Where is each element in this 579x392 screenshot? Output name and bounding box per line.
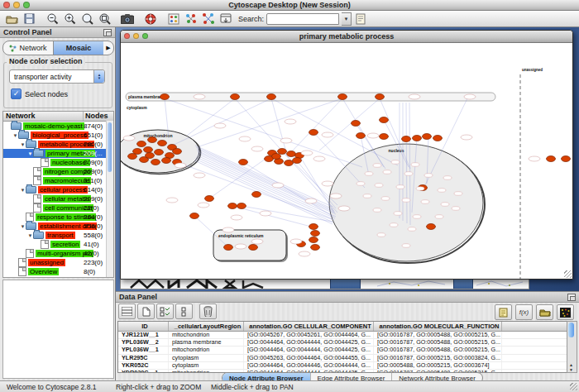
graph-node-label[interactable]: [166, 198, 178, 203]
graph-node-label[interactable]: [285, 119, 296, 124]
tree-node-label[interactable]: unassigned: [28, 259, 65, 266]
snapshot-button[interactable]: [119, 12, 136, 26]
tree-row[interactable]: ▼primary metabo209(...: [3, 149, 113, 158]
graph-node[interactable]: [311, 245, 320, 251]
graph-node[interactable]: [285, 160, 294, 166]
graph-node-label[interactable]: [421, 200, 429, 204]
graph-node-label[interactable]: [394, 212, 402, 216]
help-button[interactable]: [142, 12, 159, 26]
graph-node[interactable]: [237, 203, 246, 209]
import-network-button[interactable]: [218, 12, 234, 26]
graph-node[interactable]: [160, 94, 170, 100]
graph-node-label[interactable]: [251, 146, 263, 151]
graph-node-label[interactable]: [322, 132, 333, 137]
graph-node[interactable]: [239, 160, 248, 165]
graph-node-label[interactable]: [313, 156, 325, 161]
graph-node-label[interactable]: [175, 163, 186, 168]
scrollbar-arrows[interactable]: ▲▼: [567, 362, 575, 372]
expand-arrow-icon[interactable]: ▼: [20, 142, 26, 147]
graph-node-label[interactable]: [391, 160, 400, 165]
column-header-id[interactable]: ID: [118, 322, 169, 331]
table-row[interactable]: YJR121W__1mitochondrion[GO:0045267, GO:0…: [118, 332, 568, 339]
graph-node-label[interactable]: [416, 187, 424, 191]
graph-node-label[interactable]: [409, 94, 420, 99]
tree-row[interactable]: ▼establishment of lo558(0): [3, 222, 113, 231]
expand-arrow-icon[interactable]: ▼: [27, 233, 33, 238]
tree-node-label[interactable]: Overview: [28, 268, 59, 275]
expand-arrow-icon[interactable]: ▼: [20, 188, 26, 193]
graph-node[interactable]: [158, 141, 167, 146]
tree-row[interactable]: macromolecule311(0): [3, 176, 113, 185]
graph-node[interactable]: [278, 149, 287, 155]
graph-node-label[interactable]: [381, 197, 390, 201]
graph-node-label[interactable]: [377, 233, 385, 237]
background-window-edge[interactable]: [330, 279, 361, 289]
search-input[interactable]: [266, 13, 339, 25]
tab-mosaic[interactable]: Mosaic: [53, 41, 103, 55]
formula-builder-button[interactable]: f(x): [515, 304, 533, 320]
search-dropdown-button[interactable]: ▼: [342, 12, 352, 26]
new-attribute-button[interactable]: [137, 304, 155, 319]
graph-node[interactable]: [137, 141, 146, 147]
graph-node[interactable]: [173, 149, 182, 155]
new-network-from-selected-edges-button[interactable]: [200, 12, 217, 26]
graph-node-label[interactable]: [280, 138, 292, 143]
tree-row[interactable]: nucleobase-209(0): [3, 158, 113, 167]
background-window-edge[interactable]: [453, 279, 473, 289]
graph-node[interactable]: [148, 137, 157, 143]
graph-node-label[interactable]: [305, 198, 317, 203]
node-color-dropdown[interactable]: transporter activity ▲▼: [9, 69, 105, 84]
tree-node-label[interactable]: cellular process: [38, 186, 88, 194]
graph-node[interactable]: [427, 224, 436, 230]
tree-row[interactable]: cellular metabo209(0): [3, 194, 113, 203]
network-window-titlebar[interactable]: primary metabolic process: [121, 31, 572, 43]
tree-row[interactable]: ▼biological_process651(0): [3, 131, 113, 140]
graph-node-label[interactable]: [194, 173, 205, 178]
graph-node-label[interactable]: [214, 123, 226, 128]
graph-node-label[interactable]: [413, 215, 421, 219]
graph-node-label[interactable]: [402, 244, 410, 248]
graph-node[interactable]: [309, 130, 318, 136]
graph-node[interactable]: [144, 147, 153, 153]
graph-node[interactable]: [155, 150, 164, 155]
graph-node-label[interactable]: [301, 151, 313, 155]
graph-node[interactable]: [413, 136, 422, 141]
tree-row[interactable]: unassigned223(0): [3, 258, 113, 267]
attribute-editor-button[interactable]: [352, 12, 369, 26]
graph-node[interactable]: [205, 196, 214, 202]
graph-node-label[interactable]: [194, 94, 205, 99]
float-panel-icon[interactable]: [567, 294, 576, 301]
tree-row[interactable]: secretion41(0): [3, 240, 113, 249]
tree-row[interactable]: ▼metabolic process280(0): [3, 140, 113, 149]
graph-node-label[interactable]: [443, 176, 452, 180]
network-overview-panel[interactable]: [2, 280, 114, 379]
app-resize-grip[interactable]: [570, 383, 577, 390]
tree-row[interactable]: response to stimulu264(0): [3, 213, 113, 222]
graph-node-label[interactable]: [322, 181, 333, 186]
window-resize-grip[interactable]: [564, 270, 572, 278]
graph-node-label[interactable]: [367, 133, 379, 138]
table-row[interactable]: YKR052Ccytoplasm[GO:0044464, GO:0044446,…: [118, 362, 568, 370]
graph-node-label[interactable]: [373, 164, 381, 168]
more-tabs-arrow-icon[interactable]: ▶: [103, 45, 113, 51]
graph-node-label[interactable]: [383, 170, 391, 174]
graph-node-label[interactable]: [454, 192, 462, 196]
graph-node-label[interactable]: [123, 136, 135, 141]
tree-node-label[interactable]: transport: [45, 232, 75, 239]
delete-attribute-button[interactable]: [199, 304, 217, 319]
graph-node-label[interactable]: [375, 184, 383, 188]
graph-node-label[interactable]: [373, 208, 381, 213]
tree-row[interactable]: cell communicat22(0): [3, 203, 113, 213]
tree-row[interactable]: Overview8(0): [3, 267, 113, 276]
background-windows-strip[interactable]: [120, 278, 529, 289]
graph-node-label[interactable]: [452, 207, 460, 211]
graph-node-label[interactable]: [338, 206, 350, 211]
tree-column-network[interactable]: Network: [3, 112, 84, 121]
graph-node-label[interactable]: [464, 94, 476, 99]
graph-node[interactable]: [562, 156, 571, 162]
graph-node[interactable]: [224, 245, 233, 251]
zoom-out-button[interactable]: [44, 12, 60, 26]
graph-node[interactable]: [402, 136, 411, 142]
zoom-fit-button[interactable]: [96, 12, 112, 26]
graph-node[interactable]: [249, 245, 258, 251]
